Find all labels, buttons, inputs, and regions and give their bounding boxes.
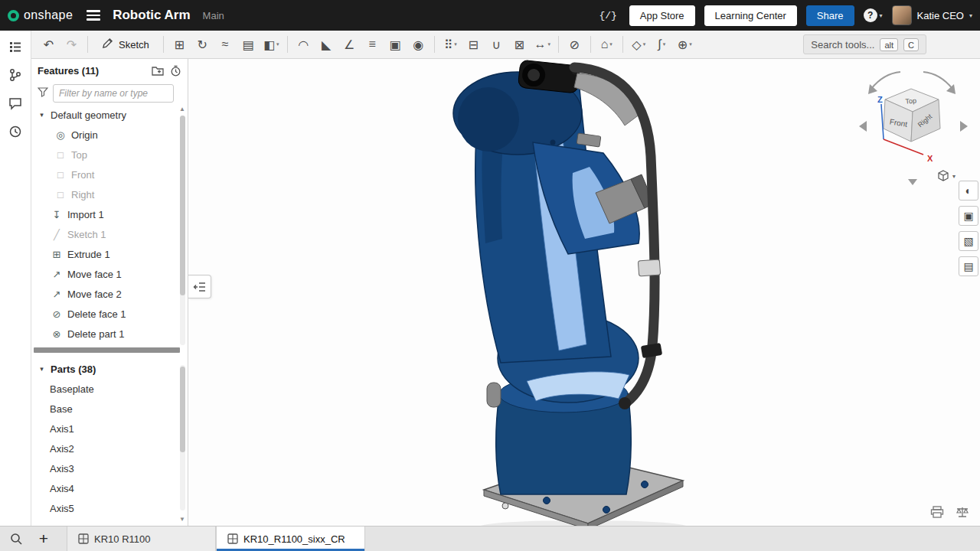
redo-button[interactable]: ↷ <box>60 34 83 55</box>
chevron-down-icon: ▾ <box>643 41 646 47</box>
comments-icon[interactable] <box>5 93 25 113</box>
section-display-icon[interactable]: ▤ <box>959 256 978 276</box>
feature-panel-collapse-handle[interactable] <box>188 275 211 298</box>
history-icon[interactable] <box>5 122 25 142</box>
scroll-down-icon[interactable]: ▼ <box>179 517 185 523</box>
snapshot-icon[interactable] <box>930 506 944 520</box>
tree-item-front-plane[interactable]: □ Front <box>31 165 188 184</box>
draft-icon[interactable]: ∠ <box>338 34 361 55</box>
rotate-ccw-arrow[interactable] <box>871 72 900 89</box>
learning-center-button[interactable]: Learning Center <box>704 5 797 26</box>
help-menu[interactable]: ? ▾ <box>864 8 883 22</box>
rotate-cw-arrow[interactable] <box>923 72 952 89</box>
display-style-sphere-icon[interactable]: ◐ <box>959 181 978 201</box>
mate-connector-icon[interactable]: ⊕▾ <box>674 34 696 55</box>
hamburger-menu-icon[interactable] <box>87 10 100 21</box>
parts-section-header[interactable]: ▾ Parts (38) <box>31 359 188 379</box>
sweep-icon[interactable]: ≈ <box>214 34 237 55</box>
linear-pattern-icon[interactable]: ⠿▾ <box>439 34 462 55</box>
extrude-icon[interactable]: ⊞ <box>168 34 191 55</box>
shell-icon[interactable]: ▣ <box>384 34 407 55</box>
z-axis-label: Z <box>877 95 883 104</box>
delete-part-icon[interactable]: ⊘ <box>564 34 586 55</box>
chevron-down-icon: ▾ <box>969 12 972 19</box>
document-title: Robotic Arm <box>113 8 190 23</box>
tree-item-delete-face[interactable]: ⊘ Delete face 1 <box>31 304 188 324</box>
regen-timer-icon[interactable] <box>170 65 181 77</box>
tree-item-move-face-2[interactable]: ↗ Move face 2 <box>31 284 188 304</box>
tree-item-top-plane[interactable]: □ Top <box>31 145 188 165</box>
document-outline-icon[interactable] <box>5 37 25 57</box>
app-store-button[interactable]: App Store <box>629 5 695 26</box>
tree-item-right-plane[interactable]: □ Right <box>31 184 188 204</box>
tab-kr10-r1100-sixx-cr[interactable]: KR10_R1100_sixx_CR <box>216 527 365 551</box>
hole-icon[interactable]: ◉ <box>407 34 430 55</box>
part-item-axis3[interactable]: Axis3 <box>31 458 188 478</box>
search-tools-button[interactable]: Search tools... alt C <box>803 34 926 54</box>
curves-icon[interactable]: ∫▾ <box>651 34 673 55</box>
units-scale-icon[interactable] <box>956 506 969 520</box>
tree-item-move-face-1[interactable]: ↗ Move face 1 <box>31 264 188 284</box>
move-face-icon: ↗ <box>51 269 63 280</box>
toolbar-divider <box>590 36 591 53</box>
fillet-icon[interactable]: ◠ <box>292 34 315 55</box>
versions-icon[interactable] <box>5 65 25 85</box>
chamfer-icon[interactable]: ◣ <box>315 34 338 55</box>
scroll-up-icon[interactable]: ▲ <box>179 106 185 112</box>
plane-icon: □ <box>54 189 67 201</box>
collapse-caret-icon[interactable]: ▾ <box>38 111 46 119</box>
rotate-down-arrow[interactable] <box>908 179 917 185</box>
sheet-metal-icon[interactable]: ⌂▾ <box>596 34 618 55</box>
viewcube-menu-button[interactable]: ▾ <box>937 170 956 182</box>
part-item-base[interactable]: Base <box>31 399 188 419</box>
tree-item-sketch[interactable]: ╱ Sketch 1 <box>31 224 188 244</box>
onshape-logo[interactable]: onshape <box>8 8 73 22</box>
tree-item-origin[interactable]: ◎ Origin <box>31 125 188 145</box>
search-tabs-icon[interactable] <box>0 527 31 551</box>
chevron-down-icon: ▾ <box>609 41 612 47</box>
collapse-caret-icon[interactable]: ▾ <box>38 365 46 373</box>
top-bar: onshape Robotic Arm Main {/} App Store L… <box>0 0 980 31</box>
search-tools-label: Search tools... <box>811 39 874 51</box>
new-folder-icon[interactable] <box>152 65 164 76</box>
plane-icon[interactable]: ◇▾ <box>628 34 650 55</box>
filter-input[interactable] <box>53 84 174 103</box>
rib-icon[interactable]: ≡ <box>361 34 384 55</box>
tree-item-default-geometry[interactable]: ▾ Default geometry <box>31 105 188 125</box>
share-button[interactable]: Share <box>806 5 854 26</box>
tab-kr10-r1100[interactable]: KR10 R1100 <box>67 527 216 551</box>
rotate-right-arrow[interactable] <box>960 121 968 132</box>
transform-icon[interactable]: ↔▾ <box>531 34 554 55</box>
feature-toolbar: ↶ ↷ Sketch ⊞ ↻ ≈ ▤ ◧▾ ◠ ◣ ∠ ≡ ▣ ◉ ⠿▾ ⊟ ∪… <box>31 31 980 59</box>
part-item-baseplate[interactable]: Baseplate <box>31 379 188 399</box>
part-item-axis1[interactable]: Axis1 <box>31 419 188 439</box>
boolean-icon[interactable]: ∪ <box>485 34 508 55</box>
toolbar-divider <box>87 36 88 53</box>
revolve-icon[interactable]: ↻ <box>191 34 214 55</box>
parts-scrollbar[interactable] <box>180 365 185 510</box>
rotate-left-arrow[interactable] <box>859 121 867 132</box>
shaded-edges-icon[interactable]: ▣ <box>959 206 978 226</box>
insert-tab-button[interactable]: + <box>31 527 56 551</box>
user-menu[interactable]: Katie CEO ▾ <box>892 5 972 25</box>
split-icon[interactable]: ⊠ <box>508 34 531 55</box>
features-scrollbar[interactable] <box>180 116 185 345</box>
part-item-axis5[interactable]: Axis5 <box>31 498 188 518</box>
tree-item-delete-part[interactable]: ⊗ Delete part 1 <box>31 324 188 344</box>
mirror-icon[interactable]: ⊟ <box>462 34 485 55</box>
view-cube[interactable]: Top Front Right Z X <box>856 66 971 187</box>
toolbar-divider <box>558 36 559 53</box>
api-explorer-icon[interactable]: {/} <box>596 8 619 23</box>
rollback-bar[interactable] <box>34 347 180 353</box>
tree-item-extrude[interactable]: ⊞ Extrude 1 <box>31 244 188 264</box>
tree-item-import[interactable]: ↧ Import 1 <box>31 204 188 224</box>
chevron-down-icon: ▾ <box>454 41 457 47</box>
part-item-axis2[interactable]: Axis2 <box>31 439 188 458</box>
translucent-display-icon[interactable]: ▧ <box>959 231 978 251</box>
x-axis <box>884 139 923 155</box>
thicken-icon[interactable]: ◧▾ <box>260 34 283 55</box>
part-item-axis4[interactable]: Axis4 <box>31 478 188 498</box>
loft-icon[interactable]: ▤ <box>237 34 260 55</box>
undo-button[interactable]: ↶ <box>38 34 60 55</box>
sketch-button[interactable]: Sketch <box>93 34 158 55</box>
